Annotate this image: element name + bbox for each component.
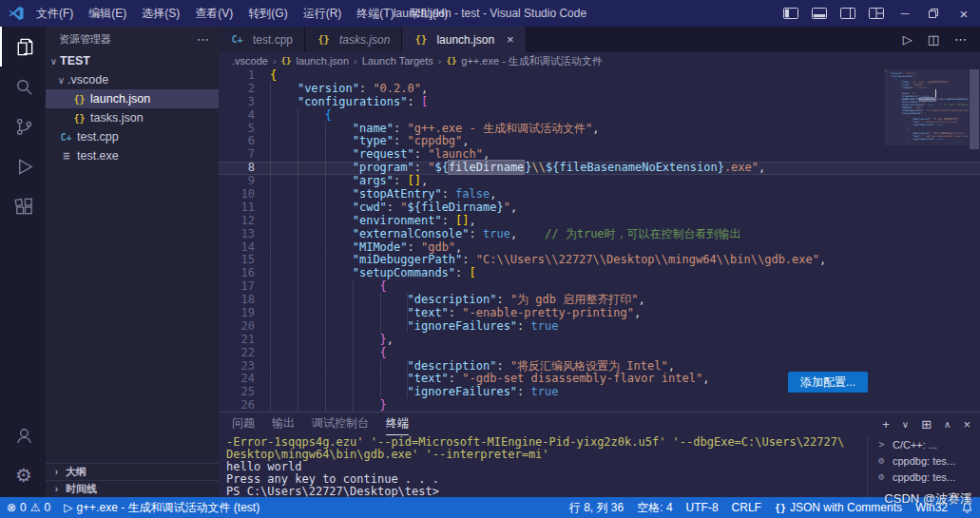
terminal-session-1[interactable]: ⚙cppdbg: tes...: [868, 452, 980, 469]
code-line[interactable]: 3 "configurations": [: [219, 96, 980, 109]
breadcrumb-item-3[interactable]: g++.exe - 生成和调试活动文件: [461, 54, 603, 68]
terminal-dropdown-icon[interactable]: ∨: [902, 419, 909, 430]
code-editor[interactable]: 1{2 "version": "0.2.0",3 "configurations…: [219, 69, 980, 412]
tree-item-test-cpp[interactable]: C+test.cpp: [46, 127, 219, 146]
new-terminal-icon[interactable]: +: [882, 417, 890, 432]
code-line[interactable]: 21 },: [219, 334, 980, 347]
run-debug-icon[interactable]: ▷: [903, 32, 913, 47]
code-line[interactable]: 6 "type": "cppdbg",: [219, 135, 980, 148]
account-icon[interactable]: [0, 415, 46, 455]
tree-item-launch-json[interactable]: {}launch.json: [46, 89, 219, 108]
sidebar-section-1[interactable]: ›时间线: [46, 480, 219, 497]
code-token: "args": [353, 174, 394, 187]
terminal-session-2[interactable]: ⚙cppdbg: tes...: [868, 469, 980, 485]
code-line[interactable]: 26 }: [219, 399, 980, 412]
code-line[interactable]: 22 {: [219, 347, 980, 360]
debug-target[interactable]: ▷ g++.exe - 生成和调试活动文件 (test): [57, 497, 266, 518]
maximize-panel-icon[interactable]: ∧: [944, 419, 951, 430]
line-content: "program": "${fileDirname}\\${fileBasena…: [270, 162, 765, 175]
panel-tab-item[interactable]: 调试控制台: [312, 412, 369, 434]
close-panel-icon[interactable]: ×: [963, 417, 970, 432]
code-line[interactable]: 2 "version": "0.2.0",: [219, 83, 980, 96]
code-line[interactable]: 8 "program": "${fileDirname}\\${fileBase…: [219, 162, 980, 175]
menu-item-1[interactable]: 编辑(E): [81, 0, 134, 27]
problems-indicator[interactable]: ⊗0 ⚠0: [0, 497, 57, 518]
tree-item-tasks-json[interactable]: {}tasks.json: [46, 108, 219, 127]
indentation[interactable]: 空格: 4: [630, 497, 679, 518]
minimap[interactable]: 1{2 "version": "0.2.0",3 "configurations…: [885, 69, 969, 412]
restore-icon[interactable]: [919, 0, 948, 27]
menu-item-4[interactable]: 转到(G): [240, 0, 295, 27]
code-line[interactable]: 14 "MIMode": "gdb",: [219, 241, 980, 255]
code-line[interactable]: 1{: [219, 69, 980, 83]
code-line[interactable]: 19 "text": "-enable-pretty-printing",: [219, 307, 980, 320]
code-line[interactable]: 5 "name": "g++.exe - 生成和调试活动文件",: [219, 123, 980, 136]
split-terminal-icon[interactable]: ⊞: [921, 417, 932, 432]
code-line[interactable]: 9 "args": [],: [219, 175, 980, 188]
status-bar: ⊗0 ⚠0 ▷ g++.exe - 生成和调试活动文件 (test) 行 8, …: [0, 497, 980, 518]
cursor-position[interactable]: 行 8, 列 36: [563, 497, 630, 518]
sidebar-section-0[interactable]: ›大纲: [46, 463, 219, 480]
customize-layout-icon[interactable]: [862, 0, 891, 27]
code-token: :: [449, 372, 462, 385]
code-line[interactable]: 13 "externalConsole": true, // 为true时，可以…: [219, 228, 980, 241]
tree-item-test-exe[interactable]: ≡test.exe: [46, 146, 219, 165]
code-line[interactable]: 18 "description": "为 gdb 启用整齐打印",: [219, 294, 980, 307]
menu-item-0[interactable]: 文件(F): [29, 0, 81, 27]
more-actions-icon[interactable]: ⋯: [197, 32, 209, 47]
encoding[interactable]: UTF-8: [680, 497, 725, 518]
code-token: [270, 253, 353, 266]
tree-item-vscode[interactable]: ∨.vscode: [46, 70, 219, 89]
breadcrumb-item-0[interactable]: .vscode: [232, 55, 268, 67]
menu-item-3[interactable]: 查看(V): [187, 0, 240, 27]
tab-tasks-json[interactable]: {}tasks.json: [305, 27, 402, 52]
explorer-icon[interactable]: [0, 27, 46, 67]
code-line[interactable]: 11 "cwd": "${fileDirname}",: [219, 201, 980, 215]
code-line[interactable]: 10 "stopAtEntry": false,: [219, 188, 980, 201]
tree-item-test[interactable]: ∨TEST: [46, 51, 219, 70]
run-and-debug-icon[interactable]: [0, 146, 46, 186]
code-line[interactable]: 15 "miDebuggerPath": "C:\\Users\\22727\\…: [219, 254, 980, 267]
eol-sequence[interactable]: CRLF: [725, 497, 768, 518]
minimize-icon[interactable]: ─: [891, 0, 919, 27]
settings-gear-icon[interactable]: ⚙: [0, 455, 46, 495]
code-line[interactable]: 20 "ignoreFailures": true: [219, 320, 980, 334]
breadcrumb-item-1[interactable]: launch.json: [296, 55, 349, 67]
add-configuration-button[interactable]: 添加配置...: [788, 372, 868, 393]
tab-test-cpp[interactable]: C+test.cpp: [219, 27, 305, 52]
toggle-panel-icon[interactable]: [805, 0, 834, 27]
source-control-icon[interactable]: [0, 106, 46, 146]
close-icon[interactable]: ×: [948, 0, 980, 27]
toggle-secondary-sidebar-icon[interactable]: [834, 0, 862, 27]
toggle-sidebar-icon[interactable]: [777, 0, 805, 27]
menu-item-7[interactable]: 帮助(H): [402, 0, 456, 27]
editor-scrollbar[interactable]: [969, 69, 980, 412]
panel-tab-bar: 问题输出调试控制台终端 + ∨ ⊞ ∧ ×: [219, 412, 980, 435]
menu-item-2[interactable]: 选择(S): [134, 0, 187, 27]
menu-item-5[interactable]: 运行(R): [296, 0, 350, 27]
code-line[interactable]: 4 {: [219, 109, 980, 123]
panel-tab-item[interactable]: 输出: [272, 412, 295, 434]
panel-tab-item[interactable]: 问题: [232, 412, 255, 434]
more-actions-icon[interactable]: ⋯: [954, 32, 967, 47]
code-line[interactable]: 17 {: [219, 280, 980, 294]
line-content: "name": "g++.exe - 生成和调试活动文件",: [270, 123, 599, 136]
line-number: 19: [219, 307, 270, 320]
minimap-slider[interactable]: [885, 69, 969, 145]
menu-item-6[interactable]: 终端(T): [349, 0, 401, 27]
scrollbar-thumb[interactable]: [970, 69, 979, 149]
code-token: [270, 82, 298, 95]
terminal-session-0[interactable]: >C/C++: ...: [868, 436, 980, 452]
split-editor-icon[interactable]: ◫: [928, 32, 939, 47]
breadcrumb-item-2[interactable]: Launch Targets: [362, 55, 433, 67]
extensions-icon[interactable]: [0, 186, 46, 226]
close-tab-icon[interactable]: ×: [507, 32, 514, 47]
code-line[interactable]: 16 "setupCommands": [: [219, 267, 980, 280]
tab-launch-json[interactable]: {}launch.json×: [402, 27, 526, 52]
terminal-output[interactable]: -Error-1sqqps4g.ezu' '--pid=Microsoft-MI…: [219, 435, 867, 497]
search-icon[interactable]: [0, 67, 46, 106]
code-line[interactable]: 12 "environment": [],: [219, 215, 980, 228]
panel-tab-item[interactable]: 终端: [386, 412, 409, 435]
warning-count: 0: [45, 501, 51, 514]
line-content: "ignoreFailures": true: [270, 386, 558, 399]
